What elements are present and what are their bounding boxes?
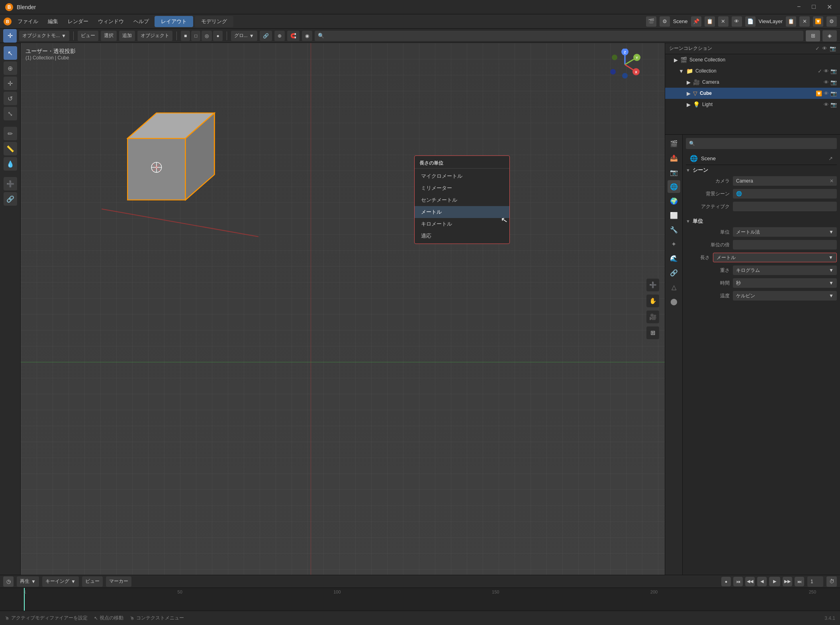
weight-dropdown[interactable]: キログラム ▼ [733, 265, 837, 275]
filter-icon[interactable]: 🔽 [813, 16, 823, 27]
add-object-btn[interactable]: ➕ [4, 177, 17, 191]
grid-btn[interactable]: ⊞ [646, 326, 659, 339]
snap-icon[interactable]: 🧲 [287, 31, 300, 41]
link-icon[interactable]: 🔗 [260, 31, 272, 41]
props-modifiers-icon[interactable]: 🔧 [668, 223, 680, 236]
annotate-btn[interactable]: ✏ [4, 127, 17, 140]
play-back-btn[interactable]: ◀ [757, 577, 767, 586]
unit-scale-value[interactable] [733, 240, 837, 250]
link-tool-btn[interactable]: 🔗 [4, 192, 17, 206]
play-fwd-btn[interactable]: ▶ [769, 577, 780, 586]
dropdown-item-1[interactable]: ミリメーター [415, 182, 509, 194]
props-render-icon[interactable]: 🎬 [668, 137, 680, 150]
view-icon[interactable]: 👁 [732, 16, 742, 27]
maximize-button[interactable]: □ [809, 2, 819, 12]
dropdown-item-5[interactable]: 適応 [415, 230, 509, 242]
shading-rendered-btn[interactable]: ◎ [202, 31, 212, 41]
props-particles-icon[interactable]: ✦ [668, 238, 680, 250]
dropdown-item-2[interactable]: センチメートル [415, 194, 509, 206]
menu-help[interactable]: ヘルプ [129, 16, 153, 27]
cursor-tool-btn[interactable]: ⊕ [4, 61, 17, 75]
transform-icon[interactable]: ⊕ [274, 31, 285, 41]
coll-check[interactable]: ✓ [818, 68, 822, 74]
render-icon[interactable]: 🎬 [646, 16, 656, 27]
active-clip-value[interactable] [733, 202, 837, 211]
settings-icon[interactable]: ⚙ [826, 16, 837, 27]
tab-layout[interactable]: レイアウト [155, 16, 193, 27]
outliner-row-cube[interactable]: ▶ ▽ Cube 🔽 👁 📷 [665, 88, 840, 99]
marker-btn[interactable]: マーカー [106, 576, 131, 587]
scale-tool-btn[interactable]: ⤡ [4, 107, 17, 120]
menu-edit[interactable]: 編集 [44, 16, 62, 27]
close-camera-icon[interactable]: ✕ [830, 178, 834, 184]
outliner-check-icon[interactable]: ✓ [815, 45, 820, 51]
close-vl-icon[interactable]: ✕ [799, 16, 810, 27]
shading-wire-btn[interactable]: □ [191, 31, 200, 41]
pin-icon[interactable]: 📌 [691, 16, 701, 27]
skip-end-btn[interactable]: ⏭ [795, 577, 804, 586]
select-tool-btn[interactable]: ↖ [4, 46, 17, 60]
outliner-eye-icon[interactable]: 👁 [822, 45, 827, 51]
bg-scene-value[interactable]: 🌐 [733, 189, 837, 199]
coll-eye[interactable]: 👁 [824, 68, 829, 74]
axis-gizmo[interactable]: Z Y X [609, 49, 641, 81]
props-physics-icon[interactable]: 🌊 [668, 252, 680, 265]
cube-filter-icon[interactable]: 🔽 [816, 90, 822, 96]
cam-eye[interactable]: 👁 [824, 79, 829, 85]
cube-cam[interactable]: 📷 [830, 90, 837, 96]
shading-solid-btn[interactable]: ■ [181, 31, 190, 41]
dropdown-item-3[interactable]: メートル [415, 206, 509, 218]
unit-system-dropdown[interactable]: メートル法 ▼ [733, 227, 837, 237]
outliner-row-scene[interactable]: ▶ 🎬 Scene Collection [665, 54, 840, 65]
select-btn[interactable]: 選択 [101, 31, 117, 41]
camera-value[interactable]: Camera ✕ [733, 176, 837, 186]
close-scene-icon[interactable]: ✕ [718, 16, 728, 27]
add-btn[interactable]: 追加 [119, 31, 135, 41]
cube-eye[interactable]: 👁 [824, 90, 829, 96]
gizmo-icon[interactable]: ◈ [822, 30, 837, 41]
props-constraints-icon[interactable]: 🔗 [668, 266, 680, 279]
outliner-row-collection[interactable]: ▼ 📁 Collection ✓ 👁 📷 [665, 65, 840, 77]
zoom-in-btn[interactable]: ➕ [646, 279, 659, 291]
camera-btn[interactable]: 🎥 [646, 311, 659, 323]
outliner-row-camera[interactable]: ▶ 🎥 Camera 👁 📷 [665, 77, 840, 88]
copy-vl-icon[interactable]: 📋 [786, 16, 796, 27]
props-search-bar[interactable]: 🔍 [686, 138, 837, 149]
section-units-header[interactable]: ▼ 単位 [686, 216, 837, 226]
cursor-mode-btn[interactable]: ✛ [3, 29, 17, 43]
step-fwd-btn[interactable]: ▶▶ [783, 577, 792, 586]
shading-eevee-btn[interactable]: ● [213, 31, 222, 41]
props-output-icon[interactable]: 📤 [668, 151, 680, 164]
menu-window[interactable]: ウィンドウ [94, 16, 128, 27]
timer-icon[interactable]: ⏱ [826, 576, 837, 587]
minimize-button[interactable]: − [794, 2, 804, 12]
props-object-icon[interactable]: ⬜ [668, 209, 680, 222]
skip-start-btn[interactable]: ⏮ [733, 577, 743, 586]
outliner-camera-icon[interactable]: 📷 [830, 45, 836, 51]
light-cam[interactable]: 📷 [830, 102, 837, 108]
proportional-icon[interactable]: ◉ [302, 31, 312, 41]
tab-modeling[interactable]: モデリング [195, 16, 233, 27]
props-material-icon[interactable]: ⬤ [668, 295, 680, 308]
pan-btn[interactable]: ✋ [646, 295, 659, 307]
props-view-layer-icon[interactable]: 📷 [668, 166, 680, 179]
section-scene-header[interactable]: ▼ シーン [686, 165, 837, 175]
measure-btn[interactable]: 📏 [4, 142, 17, 155]
rotate-tool-btn[interactable]: ↺ [4, 92, 17, 105]
close-button[interactable]: ✕ [824, 2, 835, 12]
move-tool-btn[interactable]: ✛ [4, 77, 17, 90]
play-btn[interactable]: 再生 ▼ [17, 576, 39, 587]
keying-btn[interactable]: キーイング ▼ [42, 576, 79, 587]
step-back-btn[interactable]: ◀◀ [745, 577, 755, 586]
temp-dropdown[interactable]: ケルビン ▼ [733, 291, 837, 301]
viewlayer-icon[interactable]: 📄 [745, 16, 756, 27]
coll-cam[interactable]: 📷 [830, 68, 837, 74]
timeline-ruler[interactable]: 1 50 100 150 200 250 [0, 588, 840, 611]
object-mode-btn[interactable]: オブジェクトモ... ▼ [19, 31, 69, 41]
cam-cam[interactable]: 📷 [830, 79, 837, 85]
props-data-icon[interactable]: △ [668, 281, 680, 293]
back-arrow-icon[interactable]: ↗ [828, 155, 833, 161]
props-world-icon[interactable]: 🌍 [668, 195, 680, 207]
eyedropper-btn[interactable]: 💧 [4, 157, 17, 171]
copy-scene-icon[interactable]: 📋 [705, 16, 715, 27]
